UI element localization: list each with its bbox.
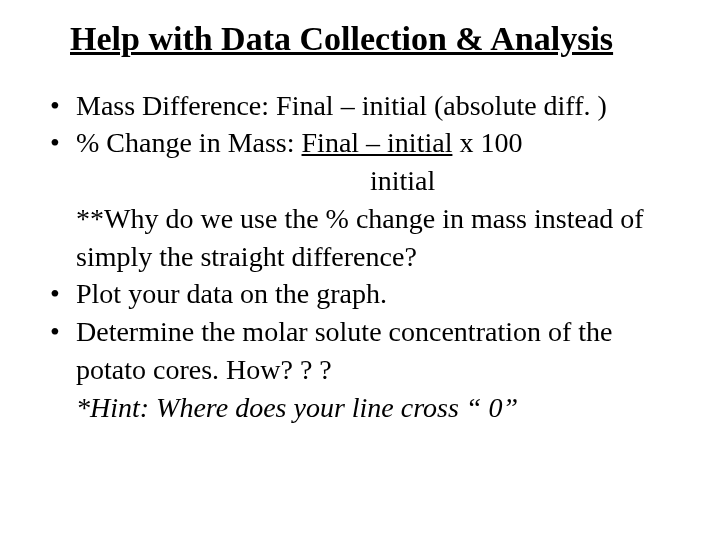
why-question: **Why do we use the % change in mass ins… (48, 200, 680, 276)
bullet-list: Mass Difference: Final – initial (absolu… (48, 87, 680, 200)
slide: Help with Data Collection & Analysis Mas… (0, 0, 720, 540)
bullet-list-2: Plot your data on the graph. Determine t… (48, 275, 680, 388)
bullet-determine-molar: Determine the molar solute concentration… (48, 313, 680, 389)
bullet-mass-difference: Mass Difference: Final – initial (absolu… (48, 87, 680, 125)
bullet-percent-change: % Change in Mass: Final – initial x 100 … (48, 124, 680, 200)
slide-title: Help with Data Collection & Analysis (70, 18, 680, 61)
formula-numerator: Final – initial (302, 127, 453, 158)
percent-change-label: % Change in Mass: (76, 127, 302, 158)
bullet-plot-data: Plot your data on the graph. (48, 275, 680, 313)
formula-denominator: initial (76, 162, 680, 200)
hint-text: *Hint: Where does your line cross “ 0” (48, 389, 680, 427)
formula-times-100: x 100 (452, 127, 522, 158)
slide-body: Mass Difference: Final – initial (absolu… (48, 87, 680, 427)
